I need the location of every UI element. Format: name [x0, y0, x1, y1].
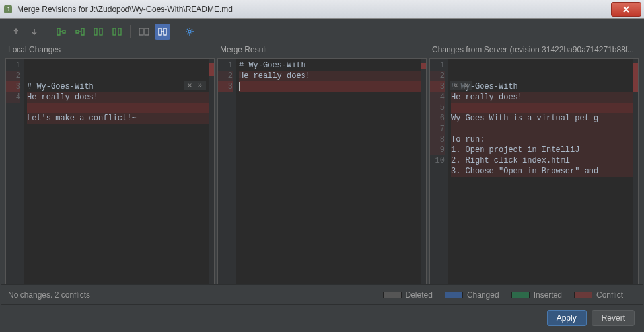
merge-result-panel: Merge Result 123 # Wy-Goes-WithHe really… [217, 44, 427, 284]
status-bar: No changes. 2 conflicts Deleted Changed … [1, 284, 643, 304]
svg-rect-2 [94, 28, 97, 35]
code-line[interactable] [451, 177, 635, 187]
apply-nonconflicting-right-icon[interactable] [72, 24, 88, 40]
apply-nonconflicting-left-icon[interactable] [54, 24, 69, 40]
app-icon: J [3, 4, 13, 15]
code-line[interactable] [451, 124, 635, 134]
code-line[interactable]: To run: [451, 134, 635, 145]
merge-result-title: Merge Result [217, 44, 427, 58]
code-line[interactable]: He really does! [239, 71, 423, 81]
apply-all-left-icon[interactable] [90, 24, 106, 40]
code-line[interactable]: Wy Goes With is a virtual pet g [451, 113, 635, 124]
merge-editor[interactable]: 123 # Wy-Goes-WithHe really does! [217, 58, 427, 284]
code-line[interactable]: Let's make a conflict!~ [27, 113, 211, 124]
compare-layout-icon[interactable] [136, 24, 152, 40]
code-line[interactable]: # Wy-Goes-With [239, 60, 423, 71]
svg-rect-9 [164, 28, 166, 35]
legend-deleted: Deleted [406, 290, 433, 300]
code-line[interactable]: 1. Open project in IntelliJ [451, 145, 635, 155]
window-title: Merge Revisions for J:\Zudopod\Wy-Goes-W… [17, 5, 611, 14]
swatch-deleted [383, 292, 402, 298]
local-changes-panel: Local Changes 1234 # Wy-Goes-WithHe real… [5, 44, 215, 284]
settings-gear-icon[interactable] [182, 24, 197, 40]
reject-change-icon[interactable]: ✕ [462, 81, 471, 90]
svg-rect-7 [145, 28, 149, 35]
apply-button[interactable]: Apply [547, 310, 587, 326]
local-changes-title: Local Changes [5, 44, 215, 58]
svg-rect-3 [100, 28, 102, 35]
code-line[interactable] [239, 81, 423, 92]
next-change-button[interactable] [26, 24, 42, 40]
code-line[interactable]: 2. Right click index.html [451, 155, 635, 166]
status-summary: No changes. 2 conflicts [8, 290, 90, 300]
swatch-conflict [574, 292, 592, 298]
reject-change-icon[interactable]: ✕ [185, 81, 194, 90]
apply-all-right-icon[interactable] [109, 24, 125, 40]
accept-change-left-icon[interactable]: « [451, 81, 460, 90]
svg-rect-4 [113, 28, 116, 35]
swatch-inserted [511, 292, 530, 298]
merge-panels: Local Changes 1234 # Wy-Goes-WithHe real… [1, 44, 643, 284]
svg-text:J: J [7, 6, 10, 13]
svg-rect-8 [159, 28, 161, 35]
legend-changed: Changed [467, 290, 499, 300]
revert-button[interactable]: Revert [592, 310, 635, 326]
legend-conflict: Conflict [596, 290, 623, 300]
close-button[interactable] [611, 2, 641, 17]
title-bar: J Merge Revisions for J:\Zudopod\Wy-Goes… [0, 0, 644, 19]
sync-scroll-icon[interactable] [155, 24, 170, 40]
code-line[interactable]: # Wy-Goes-With [451, 81, 635, 92]
code-line[interactable]: 3. Choose "Open in Browser" and [451, 166, 635, 177]
legend: Deleted Changed Inserted Conflict [383, 290, 623, 300]
dialog-footer: Apply Revert [1, 304, 643, 331]
code-line[interactable] [451, 103, 635, 113]
code-line[interactable]: He really does! [451, 92, 635, 103]
local-editor[interactable]: 1234 # Wy-Goes-WithHe really does!Let's … [5, 58, 215, 284]
code-line[interactable]: He really does! [27, 92, 211, 103]
prev-change-button[interactable] [8, 24, 24, 40]
svg-point-10 [188, 30, 191, 33]
server-changes-panel: Changes from Server (revision 31422ba90a… [429, 44, 639, 284]
code-line[interactable] [27, 103, 211, 113]
server-editor[interactable]: 12345678910 # Wy-Goes-WithHe really does… [429, 58, 639, 284]
merge-toolbar [1, 20, 643, 44]
accept-change-right-icon[interactable]: » [196, 81, 205, 90]
svg-rect-5 [118, 28, 121, 35]
svg-rect-6 [139, 28, 143, 35]
swatch-changed [445, 292, 463, 298]
legend-inserted: Inserted [534, 290, 562, 300]
server-changes-title: Changes from Server (revision 31422ba90a… [429, 44, 639, 58]
